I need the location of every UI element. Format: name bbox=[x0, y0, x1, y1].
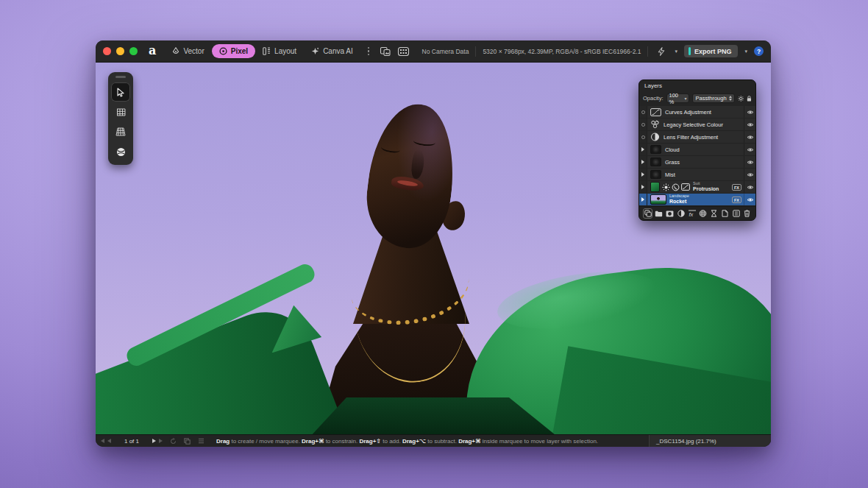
layer-row-curves[interactable]: Curves Adjustment bbox=[639, 106, 755, 119]
layer-row-mist[interactable]: Mist bbox=[639, 169, 755, 181]
help-button[interactable]: ? bbox=[754, 46, 764, 56]
tab-vector[interactable]: Vector bbox=[165, 44, 211, 58]
quick-actions-caret[interactable]: ▾ bbox=[675, 49, 677, 54]
export-png-button[interactable]: Export PNG bbox=[684, 45, 739, 57]
visibility-toggle[interactable] bbox=[744, 194, 755, 205]
expand-chevron-icon[interactable] bbox=[639, 181, 647, 193]
tool-palette bbox=[108, 72, 133, 165]
layer-row-cloud[interactable]: Cloud bbox=[639, 144, 755, 156]
live-filter-button[interactable] bbox=[698, 208, 708, 219]
expand-chevron-icon[interactable] bbox=[639, 169, 647, 180]
snapshot-button[interactable] bbox=[709, 208, 719, 219]
selection-handles-button[interactable] bbox=[397, 46, 410, 57]
adjustment-layer-button[interactable] bbox=[676, 208, 686, 219]
layer-name: Cloud bbox=[665, 146, 744, 153]
selective-colour-icon bbox=[650, 120, 660, 129]
visibility-toggle[interactable] bbox=[744, 106, 755, 118]
fx-badge[interactable]: FX bbox=[732, 184, 741, 191]
close-window-button[interactable] bbox=[103, 47, 111, 55]
layers-panel: Layers Opacity: 100 % ▾ Passthrough bbox=[638, 79, 756, 221]
delete-layer-button[interactable] bbox=[742, 208, 752, 219]
lock-icon[interactable] bbox=[747, 95, 752, 102]
opacity-dropdown[interactable]: 100 % ▾ bbox=[666, 93, 690, 103]
visibility-toggle[interactable] bbox=[744, 156, 755, 168]
opacity-value: 100 % bbox=[669, 92, 683, 105]
expand-chevron-icon[interactable] bbox=[639, 194, 647, 205]
visibility-toggle[interactable] bbox=[744, 181, 755, 193]
new-layer-button[interactable] bbox=[720, 208, 730, 219]
paste-frames-button[interactable] bbox=[380, 46, 391, 57]
export-label: Export PNG bbox=[694, 48, 732, 55]
layer-thumbnail bbox=[650, 182, 660, 192]
visibility-toggle[interactable] bbox=[744, 144, 755, 155]
previous-page-button[interactable] bbox=[107, 439, 111, 443]
eye-icon bbox=[747, 135, 754, 140]
layer-row-lens-filter[interactable]: Lens Filter Adjustment bbox=[639, 131, 755, 144]
layers-panel-controls: Opacity: 100 % ▾ Passthrough bbox=[639, 91, 755, 105]
rotate-view-button[interactable] bbox=[170, 438, 177, 445]
tool-liquify-sphere[interactable] bbox=[111, 142, 130, 161]
layer-thumbnail bbox=[650, 170, 661, 179]
layer-row-grass[interactable]: Grass bbox=[639, 156, 755, 169]
next-page-button[interactable] bbox=[152, 439, 156, 443]
divider bbox=[475, 46, 476, 57]
visibility-toggle[interactable] bbox=[744, 119, 755, 130]
layer-name: Lens Filter Adjustment bbox=[664, 134, 744, 141]
fx-badge[interactable]: FX bbox=[732, 197, 741, 203]
tab-label: Vector bbox=[183, 47, 204, 55]
tab-layout[interactable]: Layout bbox=[255, 44, 304, 58]
mask-layer-button[interactable] bbox=[665, 208, 675, 219]
warp-grid-icon bbox=[115, 127, 126, 136]
pixel-persona-icon bbox=[219, 47, 227, 55]
export-options-caret[interactable]: ▾ bbox=[744, 49, 747, 54]
desktop-background: a Vector Pixel Layou bbox=[0, 0, 868, 488]
list-view-button[interactable] bbox=[198, 438, 204, 444]
swirl-sphere-icon bbox=[116, 147, 126, 157]
new-empty-layer-button[interactable] bbox=[731, 208, 741, 219]
camera-data-status: No Camera Data bbox=[422, 48, 469, 55]
expand-chevron-icon[interactable] bbox=[639, 144, 647, 155]
clone-view-button[interactable] bbox=[184, 438, 191, 445]
layers-panel-title: Layers bbox=[639, 80, 755, 91]
layer-edit-toggle[interactable] bbox=[639, 106, 647, 118]
page-navigation: 1 of 1 bbox=[101, 438, 204, 445]
empty-layer-icon bbox=[733, 210, 740, 217]
visibility-toggle[interactable] bbox=[744, 169, 755, 180]
new-group-button[interactable] bbox=[654, 208, 664, 219]
more-personas-menu[interactable] bbox=[368, 47, 370, 56]
first-page-button[interactable] bbox=[101, 439, 104, 443]
layer-edit-toggle[interactable] bbox=[639, 131, 647, 143]
layer-row-suit[interactable]: Suit Protrusion FX bbox=[639, 181, 755, 194]
expand-chevron-icon[interactable] bbox=[639, 156, 647, 168]
layer-name: Protrusion bbox=[693, 186, 730, 191]
duplicate-layers-icon bbox=[644, 210, 652, 217]
palette-drag-handle[interactable] bbox=[115, 76, 126, 78]
gear-icon[interactable] bbox=[738, 95, 744, 102]
page-indicator: 1 of 1 bbox=[124, 438, 139, 445]
adjustment-icon bbox=[677, 210, 685, 217]
rotate-icon bbox=[170, 438, 177, 445]
last-page-button[interactable] bbox=[159, 439, 163, 443]
layer-name: Rocket bbox=[669, 199, 730, 204]
tool-perspective-warp[interactable] bbox=[111, 122, 130, 141]
zoom-window-button[interactable] bbox=[129, 47, 138, 55]
layer-effects-button[interactable]: fx bbox=[687, 208, 697, 219]
fx-icon: fx bbox=[688, 210, 697, 217]
tool-move[interactable] bbox=[111, 82, 130, 102]
tool-hint: Drag to create / move marquee. Drag+⌘ to… bbox=[216, 438, 598, 445]
blend-mode-dropdown[interactable]: Passthrough bbox=[692, 93, 734, 103]
quick-actions-button[interactable] bbox=[658, 47, 665, 56]
tab-canva-ai[interactable]: Canva AI bbox=[304, 44, 360, 58]
eye-icon bbox=[747, 160, 754, 165]
layer-row-selective-colour[interactable]: Legacy Selective Colour bbox=[639, 119, 755, 131]
eye-icon bbox=[747, 110, 754, 115]
tool-mesh-grid[interactable] bbox=[111, 102, 130, 121]
layer-row-rocket[interactable]: Landscape Rocket FX bbox=[639, 194, 755, 206]
tab-pixel[interactable]: Pixel bbox=[212, 44, 255, 58]
layer-edit-toggle[interactable] bbox=[639, 119, 647, 130]
svg-text:fx: fx bbox=[689, 211, 693, 217]
stacked-frames-icon bbox=[380, 46, 391, 57]
edit-all-layers-button[interactable] bbox=[643, 208, 652, 219]
visibility-toggle[interactable] bbox=[744, 131, 755, 143]
minimize-window-button[interactable] bbox=[116, 47, 124, 55]
